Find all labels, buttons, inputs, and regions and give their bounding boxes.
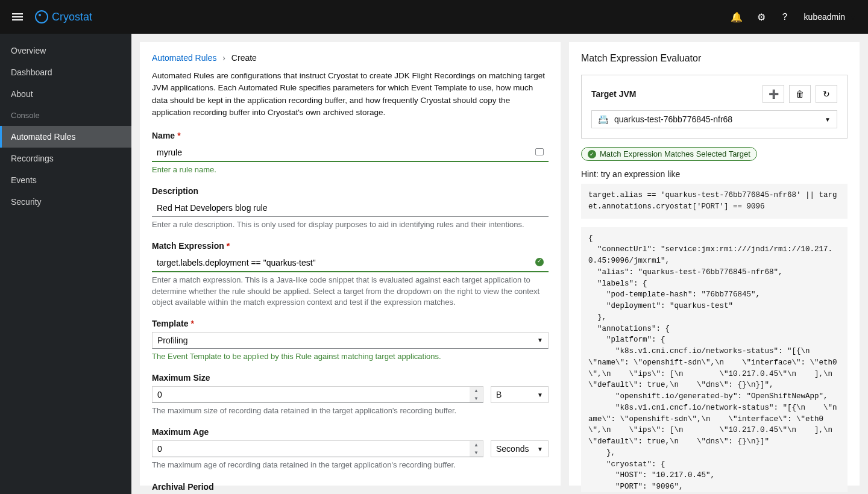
evaluator-title: Match Expression Evaluator [581, 53, 848, 64]
brand-logo[interactable]: Cryostat [35, 10, 92, 23]
description-label: Description [152, 186, 549, 196]
match-expression-helper: Enter a match expression. This is a Java… [152, 275, 549, 308]
template-label: Template* [152, 319, 549, 328]
name-label: Name* [152, 131, 549, 140]
plus-circle-icon: ➕ [769, 89, 779, 99]
max-age-unit-select[interactable]: Seconds▼ [491, 440, 549, 457]
max-age-input[interactable] [152, 440, 483, 457]
match-expression-evaluator: Match Expression Evaluator Target JVM ➕ … [569, 42, 860, 486]
target-json: { "connectUrl": "service:jmx:rmi:///jndi… [581, 227, 848, 492]
max-size-unit-select[interactable]: B▼ [491, 386, 549, 403]
sidebar-item-automated-rules[interactable]: Automated Rules [0, 126, 131, 148]
name-helper: Enter a rule name. [152, 164, 549, 175]
hint-expression: target.alias == 'quarkus-test-76bb776845… [581, 184, 848, 219]
delete-target-button[interactable]: 🗑 [789, 85, 811, 103]
user-menu[interactable]: kubeadmin ▼ [804, 12, 856, 22]
sidebar-item-about[interactable]: About [0, 83, 131, 105]
trash-icon: 🗑 [796, 89, 804, 99]
caret-down-icon: ▼ [825, 116, 831, 123]
sidebar-item-overview[interactable]: Overview [0, 40, 131, 61]
sidebar-item-recordings[interactable]: Recordings [0, 148, 131, 169]
container-icon: 📇 [598, 114, 608, 124]
bell-icon[interactable]: 🔔 [731, 11, 743, 23]
keyboard-icon [535, 148, 544, 155]
top-header: Cryostat 🔔 ⚙ ？ kubeadmin ▼ [0, 0, 868, 34]
max-age-label: Maximum Age [152, 427, 549, 437]
stepper-up[interactable]: ▲ [470, 441, 483, 449]
caret-down-icon: ▼ [850, 14, 856, 20]
brand-text: Cryostat [52, 11, 92, 23]
create-rule-form: Automated Rules › Create Automated Rules… [140, 42, 561, 486]
template-helper: The Event Template to be applied by this… [152, 351, 549, 362]
description-input[interactable] [152, 199, 549, 217]
name-input[interactable] [152, 144, 549, 161]
gear-icon[interactable]: ⚙ [757, 11, 766, 23]
max-size-input[interactable] [152, 386, 483, 403]
max-size-label: Maximum Size [152, 373, 549, 383]
sidebar-item-dashboard[interactable]: Dashboard [0, 61, 131, 83]
stepper-up[interactable]: ▲ [470, 387, 483, 395]
hamburger-icon[interactable] [12, 13, 23, 20]
target-jvm-label: Target JVM [591, 89, 636, 99]
sidebar: OverviewDashboardAbout Console Automated… [0, 34, 131, 494]
caret-down-icon: ▼ [537, 337, 543, 343]
sidebar-item-events[interactable]: Events [0, 169, 131, 191]
sidebar-section-console: Console [0, 105, 131, 126]
target-jvm-select[interactable]: 📇 quarkus-test-76bb776845-nfr68 ▼ [591, 110, 837, 128]
intro-text: Automated Rules are configurations that … [152, 70, 549, 119]
help-icon[interactable]: ？ [780, 11, 790, 23]
stepper-down[interactable]: ▼ [470, 449, 483, 457]
cryostat-logo-icon [35, 10, 48, 23]
match-expression-label: Match Expression* [152, 241, 549, 251]
sidebar-item-security[interactable]: Security [0, 191, 131, 213]
template-select[interactable]: Profiling ▼ [152, 332, 549, 349]
max-age-helper: The maximum age of recording data retain… [152, 460, 549, 471]
refresh-target-button[interactable]: ↻ [816, 85, 837, 103]
max-size-helper: The maximum size of recording data retai… [152, 405, 549, 416]
chevron-right-icon: › [222, 53, 225, 63]
add-target-button[interactable]: ➕ [763, 85, 784, 103]
archival-label: Archival Period [152, 482, 549, 492]
breadcrumb: Automated Rules › Create [152, 53, 549, 63]
match-success-badge: Match Expression Matches Selected Target [581, 147, 757, 161]
username: kubeadmin [804, 12, 846, 22]
description-helper: Enter a rule description. This is only u… [152, 219, 549, 230]
hint-label: Hint: try an expression like [581, 169, 848, 179]
breadcrumb-current: Create [231, 53, 257, 63]
stepper-down[interactable]: ▼ [470, 395, 483, 402]
breadcrumb-parent[interactable]: Automated Rules [152, 53, 216, 63]
match-expression-input[interactable] [152, 254, 549, 271]
refresh-icon: ↻ [823, 89, 830, 99]
